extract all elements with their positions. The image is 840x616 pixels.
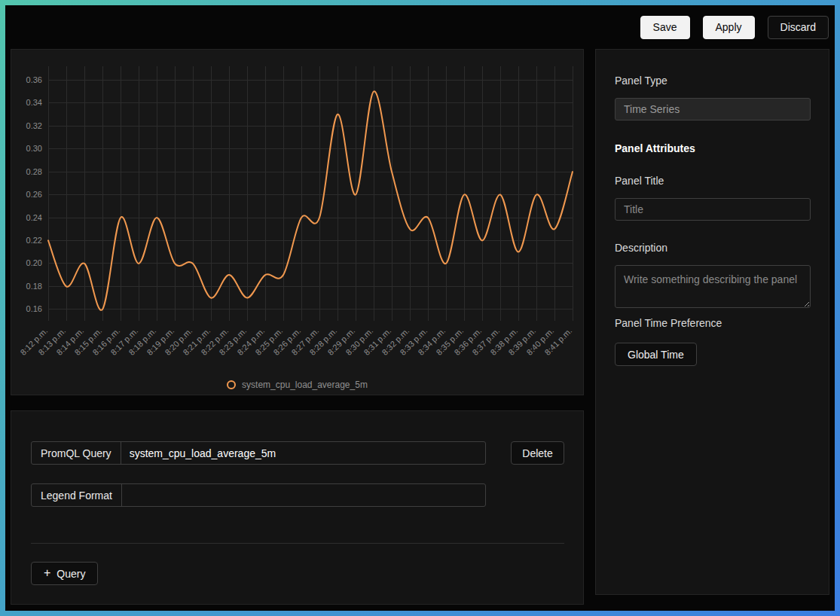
legend-format-row: Legend Format xyxy=(31,483,486,507)
delete-query-button[interactable]: Delete xyxy=(511,441,564,465)
panel-type-select[interactable] xyxy=(615,98,811,120)
query-editor-panel: PromQL Query Delete Legend Format + Quer… xyxy=(11,410,584,605)
svg-text:0.18: 0.18 xyxy=(26,282,42,291)
add-query-label: Query xyxy=(57,568,85,580)
promql-query-row: PromQL Query Delete xyxy=(31,441,486,465)
chart-panel: 0.160.180.200.220.240.260.280.300.320.34… xyxy=(11,49,584,395)
series-color-icon xyxy=(227,380,236,389)
svg-text:0.26: 0.26 xyxy=(26,190,42,199)
legend-format-label: Legend Format xyxy=(32,484,122,506)
panel-attributes-heading: Panel Attributes xyxy=(615,142,695,154)
promql-query-group: PromQL Query xyxy=(31,441,486,465)
chart-legend-item[interactable]: system_cpu_load_average_5m xyxy=(17,380,578,390)
topbar: Save Apply Discard xyxy=(5,5,835,49)
panel-settings-sidebar: Panel Type Panel Attributes Panel Title … xyxy=(595,49,829,595)
svg-text:0.16: 0.16 xyxy=(26,304,42,313)
add-query-button[interactable]: + Query xyxy=(31,562,98,585)
promql-query-input[interactable] xyxy=(121,442,485,464)
query-panel-divider xyxy=(31,543,564,544)
time-preference-label: Panel Time Preference xyxy=(615,317,722,329)
svg-text:0.24: 0.24 xyxy=(26,213,42,222)
series-legend-label: system_cpu_load_average_5m xyxy=(242,380,368,390)
plus-icon: + xyxy=(44,567,50,579)
panel-type-label: Panel Type xyxy=(615,75,667,87)
svg-text:0.36: 0.36 xyxy=(26,75,42,84)
panel-title-label: Panel Title xyxy=(615,175,664,187)
legend-format-group: Legend Format xyxy=(31,483,486,507)
svg-text:0.22: 0.22 xyxy=(26,236,42,245)
apply-button[interactable]: Apply xyxy=(703,16,755,39)
svg-text:0.28: 0.28 xyxy=(26,167,42,176)
discard-button[interactable]: Discard xyxy=(768,16,829,39)
svg-text:0.34: 0.34 xyxy=(26,98,42,107)
panel-title-input[interactable] xyxy=(615,198,811,221)
svg-text:0.20: 0.20 xyxy=(26,258,42,267)
legend-format-input[interactable] xyxy=(122,484,485,506)
description-textarea[interactable] xyxy=(615,265,811,308)
svg-text:0.30: 0.30 xyxy=(26,144,42,153)
app-window: Save Apply Discard 0.160.180.200.220.240… xyxy=(5,5,835,611)
description-label: Description xyxy=(615,242,667,254)
global-time-button[interactable]: Global Time xyxy=(615,343,697,366)
promql-query-label: PromQL Query xyxy=(32,442,121,464)
save-button[interactable]: Save xyxy=(640,16,690,39)
svg-text:0.32: 0.32 xyxy=(26,121,42,130)
timeseries-chart: 0.160.180.200.220.240.260.280.300.320.34… xyxy=(17,56,578,375)
